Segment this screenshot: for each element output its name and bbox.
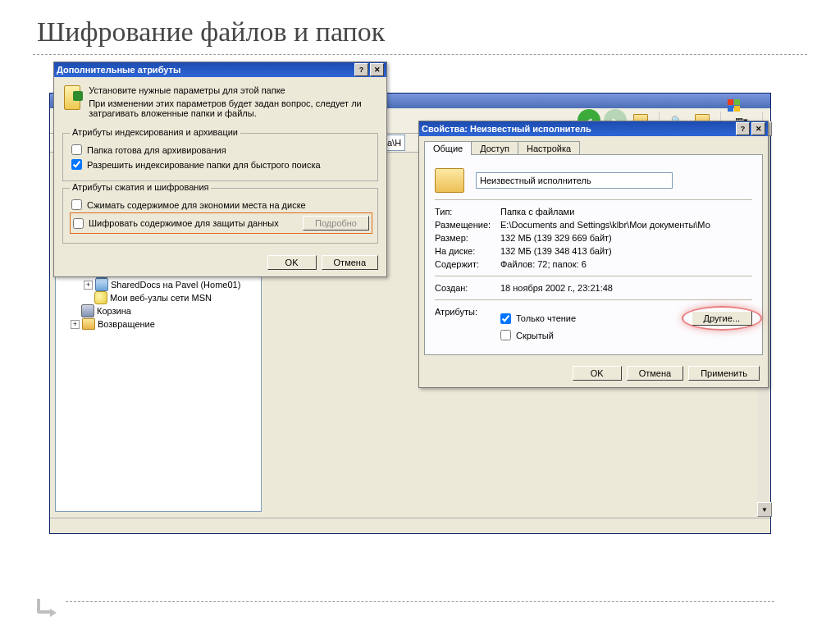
adv-title: Дополнительные атрибуты <box>57 65 180 75</box>
type-label: Тип: <box>435 207 500 217</box>
readonly-label: Только чтение <box>516 313 576 323</box>
tab-sharing[interactable]: Доступ <box>471 141 518 155</box>
attributes-label: Атрибуты: <box>435 307 500 317</box>
divider <box>33 54 807 55</box>
folder-icon <box>82 318 95 330</box>
compress-label: Сжимать содержимое для экономии места на… <box>87 200 306 210</box>
cancel-button[interactable]: Отмена <box>627 366 683 381</box>
help-button[interactable]: ? <box>354 63 368 76</box>
ok-button[interactable]: OK <box>267 255 317 270</box>
created-value: 18 ноября 2002 г., 23:21:48 <box>500 283 752 293</box>
tree-item[interactable]: Корзина <box>56 304 261 317</box>
close-button[interactable]: ✕ <box>370 63 384 76</box>
archive-checkbox[interactable] <box>71 144 82 155</box>
encrypt-label: Шифровать содержимое для защиты данных <box>89 218 279 228</box>
contains-label: Содержит: <box>435 259 500 269</box>
folder-icon <box>95 278 108 291</box>
contains-value: Файлов: 72; папок: 6 <box>500 259 752 269</box>
created-label: Создан: <box>435 283 500 293</box>
properties-titlebar[interactable]: Свойства: Неизвестный исполнитель ? ✕ <box>419 121 768 136</box>
expand-icon[interactable]: + <box>84 281 93 290</box>
folder-icon <box>435 168 464 193</box>
help-button[interactable]: ? <box>736 122 750 135</box>
folder-name-input[interactable] <box>476 172 673 189</box>
archive-label: Папка готова для архивирования <box>87 145 226 155</box>
tabs: Общие Доступ Настройка <box>419 136 768 155</box>
details-button: Подробно <box>303 216 369 231</box>
properties-dialog: Свойства: Неизвестный исполнитель ? ✕ Об… <box>418 121 769 388</box>
size-value: 132 МБ (139 329 669 байт) <box>500 233 752 243</box>
group-index-archive-legend: Атрибуты индексирования и архивации <box>70 127 240 137</box>
location-label: Размещение: <box>435 220 500 230</box>
adv-folder-icon <box>64 85 80 110</box>
readonly-checkbox[interactable] <box>500 313 511 324</box>
folder-icon <box>81 304 94 317</box>
group-compress-encrypt: Атрибуты сжатия и шифрования Сжимать сод… <box>62 188 378 244</box>
tree-item-label: Мои веб-узлы сети MSN <box>110 293 212 303</box>
tree-item-label: SharedDocs на Pavel (Home01) <box>111 280 240 290</box>
hidden-checkbox[interactable] <box>500 330 511 340</box>
apply-button[interactable]: Применить <box>688 366 760 381</box>
adv-hint-1: Установите нужные параметры для этой пап… <box>89 85 377 95</box>
encrypt-checkbox[interactable] <box>73 218 84 229</box>
type-value: Папка с файлами <box>500 207 752 217</box>
adv-hint-2: При изменении этих параметров будет зада… <box>89 98 377 118</box>
ok-button[interactable]: OK <box>573 366 622 381</box>
properties-title: Свойства: Неизвестный исполнитель <box>422 124 591 134</box>
group-compress-encrypt-legend: Атрибуты сжатия и шифрования <box>70 182 211 192</box>
close-button[interactable]: ✕ <box>751 122 765 135</box>
cancel-button[interactable]: Отмена <box>322 255 378 270</box>
scroll-down-icon[interactable]: ▼ <box>757 502 772 517</box>
tab-panel-general: Тип:Папка с файлами Размещение:E:\Docume… <box>424 154 763 355</box>
advanced-attributes-dialog: Дополнительные атрибуты ? ✕ Установите н… <box>53 62 387 277</box>
tree-item-label: Возвращение <box>98 319 155 329</box>
index-checkbox[interactable] <box>71 159 82 170</box>
tree-item-label: Корзина <box>97 306 131 316</box>
expand-icon[interactable]: + <box>71 320 80 329</box>
tree-item[interactable]: +SharedDocs на Pavel (Home01) <box>56 278 261 291</box>
group-index-archive: Атрибуты индексирования и архивации Папк… <box>62 133 378 181</box>
folder-icon <box>94 291 107 304</box>
sizeondisk-value: 132 МБ (139 348 413 байт) <box>500 246 752 256</box>
location-value: E:\Documents and Settings\klbr\Мои докум… <box>500 220 752 230</box>
hidden-label: Скрытый <box>516 331 554 340</box>
compress-checkbox[interactable] <box>71 199 82 210</box>
sizeondisk-label: На диске: <box>435 246 500 256</box>
tree-item[interactable]: +Возвращение <box>56 317 261 331</box>
index-label: Разрешить индексирование папки для быстр… <box>87 160 321 170</box>
tab-general[interactable]: Общие <box>424 141 472 155</box>
size-label: Размер: <box>435 233 500 243</box>
slide-corner-icon <box>37 599 52 614</box>
adv-titlebar[interactable]: Дополнительные атрибуты ? ✕ <box>54 62 386 77</box>
tab-customize[interactable]: Настройка <box>518 141 580 155</box>
divider-bottom <box>66 601 774 602</box>
advanced-button[interactable]: Другие... <box>692 311 752 326</box>
windows-flag-icon <box>728 99 742 112</box>
statusbar <box>50 518 770 533</box>
slide-title: Шифрование файлов и папок <box>0 0 840 54</box>
tree-item[interactable]: Мои веб-узлы сети MSN <box>56 291 261 304</box>
